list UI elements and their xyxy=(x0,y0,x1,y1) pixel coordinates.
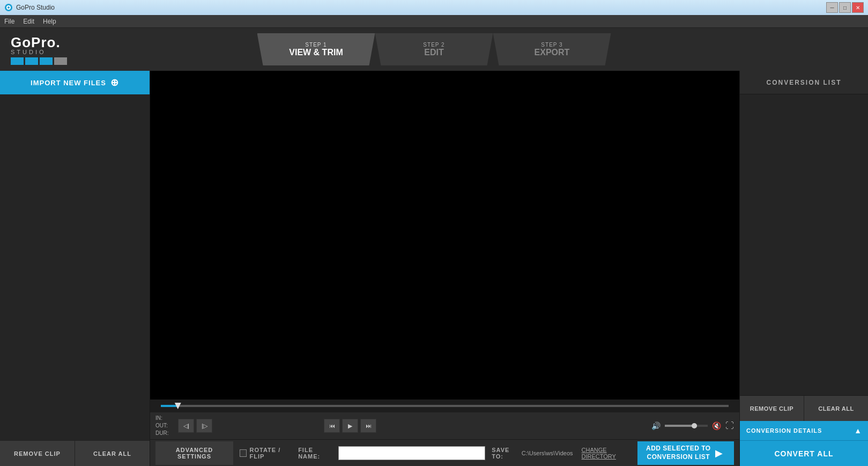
conversion-list-title: CONVERSION LIST xyxy=(766,79,841,86)
play-button[interactable]: ▶ xyxy=(342,419,358,433)
right-panel: CONVERSION LIST REMOVE CLIP CLEAR ALL CO… xyxy=(739,71,868,466)
menubar: File Edit Help xyxy=(0,15,868,28)
step-2-tab[interactable]: STEP 2 EDIT xyxy=(375,33,493,65)
menu-file[interactable]: File xyxy=(4,18,14,25)
minimize-button[interactable]: ─ xyxy=(826,2,838,13)
step-1-label: VIEW & TRIM xyxy=(289,48,343,57)
add-arrow-icon: ▶ xyxy=(715,447,723,459)
titlebar: GoPro Studio ─ □ ✕ xyxy=(0,0,868,15)
step-3-tab[interactable]: STEP 3 EXPORT xyxy=(493,33,611,65)
step-2-number: STEP 2 xyxy=(423,42,444,48)
app-icon xyxy=(4,3,13,12)
conversion-details-bar[interactable]: CONVERSION DETAILS ▲ xyxy=(740,421,868,440)
conversion-list-header: CONVERSION LIST xyxy=(740,71,868,94)
import-label: IMPORT NEW FILES xyxy=(31,79,106,87)
timeline-progress xyxy=(161,405,178,407)
conversion-details-title: CONVERSION DETAILS xyxy=(746,427,822,434)
import-plus-icon: ⊕ xyxy=(110,77,119,88)
timeline-track[interactable] xyxy=(161,405,729,407)
next-frame-button[interactable]: |▷ xyxy=(196,419,212,433)
playback-controls-bar: IN: OUT: DUR: ◁| |▷ ⏮ ▶ ⏭ 🔊 🔇 ⛶ xyxy=(150,412,739,439)
file-list-area xyxy=(0,94,150,440)
chevron-up-icon: ▲ xyxy=(854,426,862,435)
volume-mute-icon[interactable]: 🔇 xyxy=(712,421,721,430)
filename-input[interactable] xyxy=(338,446,486,460)
logo-block-1 xyxy=(11,57,24,65)
step-3-label: EXPORT xyxy=(535,48,570,57)
clear-all-button-right[interactable]: CLEAR ALL xyxy=(804,396,868,421)
video-preview xyxy=(150,71,739,400)
rotate-flip-checkbox[interactable] xyxy=(240,449,247,457)
fullscreen-button[interactable]: ⛶ xyxy=(725,421,734,431)
timeline-area[interactable] xyxy=(150,400,739,412)
in-out-dur-display: IN: OUT: DUR: xyxy=(155,415,168,437)
maximize-button[interactable]: □ xyxy=(839,2,851,13)
frame-nav-buttons: ◁| |▷ xyxy=(178,419,212,433)
filename-group: FILE NAME: xyxy=(298,446,485,460)
saveto-path: C:\Users\ws\Videos xyxy=(522,450,573,456)
window-controls: ─ □ ✕ xyxy=(826,2,864,13)
left-panel: IMPORT NEW FILES ⊕ REMOVE CLIP CLEAR ALL xyxy=(0,71,150,466)
rewind-button[interactable]: ⏮ xyxy=(324,419,340,433)
add-to-list-label: ADD SELECTED TO CONVERSION LIST xyxy=(646,445,711,461)
logo-block-3 xyxy=(40,57,53,65)
volume-thumb xyxy=(692,423,697,428)
svg-point-2 xyxy=(8,6,10,9)
bottom-controls-bar: ADVANCED SETTINGS ROTATE / FLIP FILE NAM… xyxy=(150,439,739,466)
fast-forward-button[interactable]: ⏭ xyxy=(360,419,376,433)
step-3-number: STEP 3 xyxy=(541,42,562,48)
saveto-group: SAVE TO: C:\Users\ws\Videos CHANGE DIREC… xyxy=(492,447,631,460)
dur-label: DUR: xyxy=(155,430,168,437)
import-new-files-button[interactable]: IMPORT NEW FILES ⊕ xyxy=(0,71,150,94)
rotate-flip-group: ROTATE / FLIP xyxy=(240,447,292,460)
main-content: IMPORT NEW FILES ⊕ REMOVE CLIP CLEAR ALL… xyxy=(0,71,868,466)
volume-controls: 🔊 🔇 ⛶ xyxy=(651,421,734,431)
close-button[interactable]: ✕ xyxy=(852,2,864,13)
add-to-conversion-list-button[interactable]: ADD SELECTED TO CONVERSION LIST ▶ xyxy=(637,441,734,465)
filename-label: FILE NAME: xyxy=(298,447,334,460)
transport-buttons: ⏮ ▶ ⏭ xyxy=(324,419,376,433)
titlebar-left: GoPro Studio xyxy=(4,3,55,12)
logo-subtitle: STUDIO xyxy=(11,49,46,55)
saveto-label: SAVE TO: xyxy=(492,447,517,460)
steps-navigation: STEP 1 VIEW & TRIM STEP 2 EDIT STEP 3 EX… xyxy=(257,33,611,65)
in-label: IN: xyxy=(155,415,168,422)
step-2-label: EDIT xyxy=(424,48,443,57)
step-1-tab[interactable]: STEP 1 VIEW & TRIM xyxy=(257,33,375,65)
header: GoPro. STUDIO STEP 1 VIEW & TRIM STEP 2 … xyxy=(0,28,868,71)
volume-slider[interactable] xyxy=(665,425,708,427)
remove-clip-button-left[interactable]: REMOVE CLIP xyxy=(0,440,75,466)
remove-clip-button-right[interactable]: REMOVE CLIP xyxy=(740,396,804,421)
prev-frame-button[interactable]: ◁| xyxy=(178,419,194,433)
convert-all-button[interactable]: CONVERT ALL xyxy=(740,440,868,466)
logo-block-4 xyxy=(54,57,67,65)
advanced-settings-button[interactable]: ADVANCED SETTINGS xyxy=(155,441,233,465)
menu-edit[interactable]: Edit xyxy=(23,18,34,25)
right-middle-buttons: REMOVE CLIP CLEAR ALL xyxy=(740,395,868,421)
logo-block-2 xyxy=(25,57,38,65)
out-label: OUT: xyxy=(155,422,168,430)
center-panel: IN: OUT: DUR: ◁| |▷ ⏮ ▶ ⏭ 🔊 🔇 ⛶ xyxy=(150,71,739,466)
logo: GoPro. STUDIO xyxy=(11,34,67,65)
volume-icon: 🔊 xyxy=(651,421,661,430)
change-directory-button[interactable]: CHANGE DIRECTORY xyxy=(582,447,631,460)
rotate-flip-label: ROTATE / FLIP xyxy=(250,447,292,460)
left-bottom-buttons: REMOVE CLIP CLEAR ALL xyxy=(0,440,150,466)
menu-help[interactable]: Help xyxy=(43,18,56,25)
step-1-number: STEP 1 xyxy=(305,42,327,48)
logo-blocks xyxy=(11,57,67,65)
conversion-list-area xyxy=(740,94,868,395)
convert-all-label: CONVERT ALL xyxy=(774,449,833,458)
clear-all-button-left[interactable]: CLEAR ALL xyxy=(75,440,150,466)
window-title: GoPro Studio xyxy=(16,4,55,11)
